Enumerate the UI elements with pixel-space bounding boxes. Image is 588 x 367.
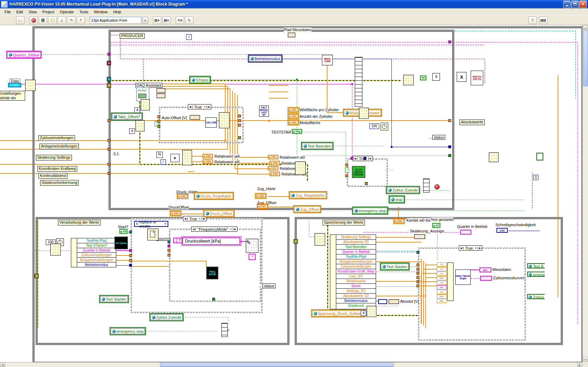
shift-register[interactable] <box>107 83 111 88</box>
dbl-terminal[interactable]: ▶DBL <box>268 166 278 171</box>
stop-multiply-node[interactable]: X <box>457 72 466 82</box>
shift-register[interactable] <box>35 274 39 278</box>
clipped-global[interactable]: Test B <box>527 263 545 268</box>
step-over-button[interactable]: ↷ <box>67 16 75 24</box>
daten-tabelle-graph-vi[interactable]: Daten Tabelle Graph <box>455 269 471 285</box>
dbl-array-terminal[interactable]: ▶DBL <box>394 219 404 223</box>
cluster-array-terminal[interactable] <box>480 276 492 281</box>
path-terminal-icon[interactable] <box>288 33 295 37</box>
stop-button-terminal[interactable] <box>434 184 440 189</box>
index-array-icon[interactable] <box>359 108 369 119</box>
numeric-control-icon[interactable] <box>190 115 200 120</box>
resize-objects-button[interactable]: ⟲▾ <box>176 16 184 24</box>
cluster-row[interactable]: Settings_PS <box>336 289 376 294</box>
cluster-row[interactable]: Strom <box>336 284 376 289</box>
vertical-scrollbar[interactable]: ▲ ▼ <box>582 25 588 362</box>
font-selector-dropdown[interactable]: ▼ <box>142 17 148 24</box>
restore-button[interactable] <box>571 1 579 8</box>
stop-global[interactable]: stop <box>389 195 405 203</box>
array-constant-7[interactable]: 7 <box>173 238 183 243</box>
bundle-by-name-node[interactable]: Skalierung SettingsAbsolutwerte 2DTest B… <box>330 235 376 309</box>
meas-curr-vi[interactable]: MEAS CURR <box>322 55 333 65</box>
iteration-terminal[interactable]: i <box>186 34 192 40</box>
count-terminal[interactable]: N <box>156 152 163 158</box>
cluster-row[interactable]: Absolutwerte 1D <box>336 294 376 298</box>
font-selector[interactable]: 13pt Application Font <box>90 17 141 24</box>
case-selector-offset[interactable]: ◀True▼▶ <box>188 104 211 109</box>
dbl-terminal[interactable]: ▶DBL <box>270 172 280 176</box>
tf-terminal[interactable]: TF <box>420 75 426 80</box>
unbundle-icon[interactable] <box>182 150 192 165</box>
stopss-global[interactable]: STopss <box>189 76 211 84</box>
titlebar[interactable]: HARREXCO PV-Vision 10.05 Mechanical Load… <box>0 0 588 8</box>
cluster-row[interactable]: Koordinaten Kraft_Weg <box>336 269 376 274</box>
dbl-terminal[interactable]: ▶DBL <box>203 154 213 158</box>
array-indicator-icon[interactable] <box>423 179 429 193</box>
cluster-row[interactable]: Last_IST <box>336 274 376 279</box>
highlight-execution-button[interactable] <box>48 16 57 24</box>
multiply-node[interactable]: ✕ <box>170 154 179 162</box>
case-selector-glasbruch[interactable]: ◀True▶ <box>353 156 373 161</box>
pause-button[interactable] <box>39 16 47 24</box>
convert-node-icon[interactable] <box>378 299 387 304</box>
test-gestartet-terminal[interactable]: ▶TF <box>432 223 440 228</box>
constant-0[interactable]: 0 <box>533 175 538 180</box>
teststart-boolean-terminal[interactable]: ▶TF▶ <box>292 129 302 134</box>
bundle-node-icon[interactable] <box>355 57 362 107</box>
cluster-row[interactable]: Absolutwerte 2D <box>336 240 376 245</box>
cluster-row[interactable]: Skalierung Settings <box>336 235 376 240</box>
quarter-in-betrieb-terminal[interactable] <box>460 230 471 235</box>
horizontal-scrollbar[interactable]: ◀ ▶ <box>0 362 582 367</box>
zyklus-zuende-global[interactable]: Zyklus Zuende <box>149 313 184 321</box>
const-box[interactable]: CONST <box>8 83 21 87</box>
u32-terminal[interactable]: U32 <box>497 228 508 233</box>
step-into-button[interactable]: ⇣ <box>58 16 66 24</box>
close-button[interactable]: × <box>579 1 587 8</box>
vertical-scroll-thumb[interactable] <box>583 30 588 86</box>
block-diagram[interactable]: ◀True▼▶ ◀True▶ ◀True▼▶ ◀"FrequencyMode"▼… <box>0 25 582 362</box>
cluster-row[interactable]: Zykluseinstellungen <box>336 264 376 269</box>
druck-offset-global[interactable]: Druck_Offset <box>203 209 235 217</box>
minimize-button[interactable] <box>563 1 571 8</box>
zyklus-zuende-global[interactable]: Zyklus Zuende <box>386 186 420 194</box>
druck-regelhaerte-global[interactable]: Druck_Regelhärte <box>194 192 234 200</box>
window-grid-button[interactable] <box>539 16 547 24</box>
shift-register[interactable] <box>107 61 111 65</box>
scroll-right-button[interactable]: ▶ <box>577 363 582 367</box>
build-array-icon[interactable] <box>141 99 150 110</box>
case-selector-bottom-right[interactable]: ◀True▼▶ <box>459 245 482 251</box>
dbl-terminal[interactable]: ▶DBL <box>203 159 213 164</box>
dbl-terminal[interactable]: ▶DBL <box>268 155 278 159</box>
test-starten-global[interactable]: Test Starten <box>380 262 410 271</box>
cluster-row[interactable]: Test STarten? <box>77 243 116 248</box>
cluster-row[interactable]: TextFile Pfad <box>77 238 116 243</box>
take-offset-global[interactable]: Take_Offset? <box>111 113 143 121</box>
convert-node-icon[interactable] <box>156 88 166 93</box>
zug-regelstaerke-global[interactable]: Zug_Regelstärke <box>289 191 327 199</box>
distribute-objects-button[interactable]: ▾ <box>162 16 171 24</box>
replace-or-create-enum[interactable]: ⇅replace or create▼ <box>134 221 168 227</box>
comparison-node[interactable]: ? <box>432 73 440 81</box>
shift-register[interactable] <box>294 239 298 244</box>
switch-off-ps-vi[interactable]: SWITCH OFF PS <box>471 71 483 85</box>
context-help-button[interactable]: ? <box>528 16 537 24</box>
status-indicator[interactable]: status <box>263 283 275 288</box>
horizontal-scroll-thumb[interactable] <box>160 363 394 367</box>
init-zyklus-vi[interactable]: Init Zyklus <box>115 237 128 249</box>
cluster-row[interactable]: Quarter in Betrieb <box>77 248 116 253</box>
cluster-row[interactable]: Betriebsmodus <box>336 298 376 303</box>
sum-array-icon[interactable] <box>315 233 325 246</box>
test-starten-global[interactable]: Test Starten <box>99 295 129 303</box>
emergency-stop-global[interactable]: emergency stop <box>352 207 388 215</box>
dbl-terminal[interactable]: ▶DBL <box>257 204 268 209</box>
unbundle-icon[interactable] <box>219 112 229 128</box>
constant-4[interactable]: 4 <box>361 310 366 316</box>
string-array-terminal[interactable]: abc <box>479 267 491 272</box>
quarter-global[interactable]: Quarter_Global <box>6 51 42 59</box>
menu-item[interactable]: Help <box>110 9 124 15</box>
cluster-row[interactable]: Anlageneinstellungen <box>77 258 116 262</box>
convert-node-icon[interactable] <box>156 93 166 98</box>
wait-constant-100[interactable]: 100 <box>369 123 379 129</box>
start-boolean-terminal[interactable]: ▶TF <box>119 229 127 234</box>
scroll-up-button[interactable]: ▲ <box>583 25 588 30</box>
